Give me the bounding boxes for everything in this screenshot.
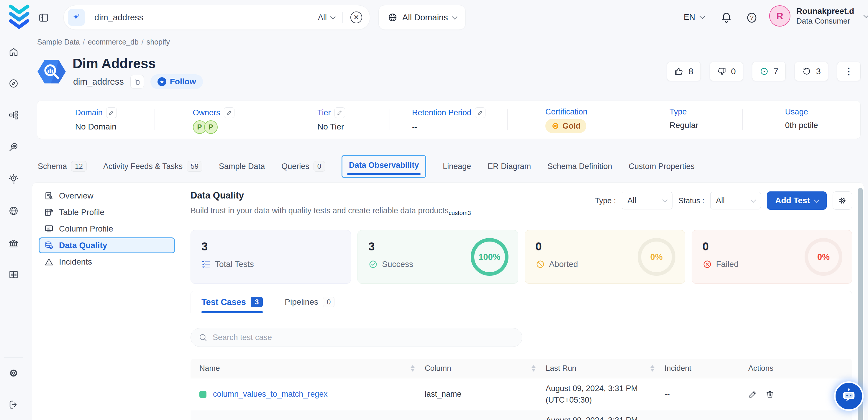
- section-subtitle: Build trust in your data with quality te…: [190, 206, 471, 216]
- robot-icon: [840, 388, 857, 404]
- svg-text:?: ?: [750, 14, 753, 21]
- document-search-icon: [44, 191, 54, 201]
- user-avatar: R: [769, 5, 790, 27]
- type-value: Regular: [670, 121, 699, 130]
- explore-compass-icon[interactable]: [8, 78, 20, 89]
- usage-label: Usage: [785, 107, 808, 117]
- owners-label[interactable]: Owners: [193, 108, 220, 117]
- edit-pencil-icon[interactable]: [475, 107, 486, 118]
- test-case-search-input[interactable]: [213, 333, 515, 342]
- type-filter-select[interactable]: All: [622, 192, 673, 209]
- chevron-down-icon: [330, 14, 335, 19]
- domains-globe-icon[interactable]: [8, 205, 20, 217]
- certification-gold-badge: Gold: [545, 119, 587, 133]
- status-filter-select[interactable]: All: [710, 192, 761, 209]
- table-row: table_column_count_between -- August 09,…: [190, 410, 852, 420]
- test-case-search[interactable]: [190, 328, 522, 347]
- tab-schema-definition[interactable]: Schema Definition: [548, 162, 612, 171]
- language-dropdown[interactable]: EN: [684, 12, 704, 22]
- global-search-bar[interactable]: All ✕: [63, 5, 370, 30]
- tab-schema[interactable]: Schema12: [38, 161, 87, 172]
- tab-er-diagram[interactable]: ER Diagram: [488, 162, 531, 171]
- entity-name: dim_address: [73, 77, 124, 87]
- follow-button[interactable]: ★ Follow: [150, 74, 203, 89]
- domain-label[interactable]: Domain: [75, 108, 103, 117]
- tab-custom-properties[interactable]: Custom Properties: [628, 162, 694, 171]
- owner-avatars[interactable]: P P: [193, 120, 235, 134]
- tab-data-observability[interactable]: Data Observability: [342, 155, 426, 178]
- add-test-button[interactable]: Add Test: [767, 191, 827, 210]
- sidebar-item-column-profile[interactable]: Column Profile: [39, 221, 175, 237]
- downvote-button[interactable]: 0: [710, 62, 743, 81]
- insights-bulb-icon[interactable]: [8, 173, 20, 185]
- delete-trash-icon[interactable]: [765, 389, 776, 400]
- user-menu[interactable]: R Rounakpreet.d Data Consumer: [769, 5, 868, 27]
- settings-gear-icon[interactable]: [833, 191, 852, 210]
- ban-circle-icon: [536, 260, 545, 269]
- app-logo-icon[interactable]: [8, 4, 31, 30]
- test-case-link[interactable]: column_values_to_match_regex: [213, 390, 328, 399]
- certification-label[interactable]: Certification: [545, 107, 588, 117]
- edit-pencil-icon[interactable]: [335, 107, 345, 118]
- sort-control[interactable]: [650, 365, 654, 371]
- user-role: Data Consumer: [796, 16, 854, 26]
- tier-label[interactable]: Tier: [317, 108, 331, 117]
- breadcrumb-item[interactable]: Sample Data: [37, 38, 85, 46]
- tab-activity-feeds[interactable]: Activity Feeds & Tasks59: [103, 161, 202, 172]
- sidebar-toggle-icon[interactable]: [38, 12, 50, 23]
- tab-test-cases[interactable]: Test Cases 3: [202, 291, 263, 313]
- help-icon[interactable]: ?: [746, 11, 758, 24]
- retention-label[interactable]: Retention Period: [412, 108, 471, 117]
- chevron-down-icon: [814, 197, 819, 202]
- meta-usage: Usage 0th pctile: [743, 101, 860, 139]
- last-run-cell: August 09, 2024, 3:31 PM(UTC+05:30): [546, 415, 664, 420]
- global-search-input[interactable]: [94, 13, 318, 22]
- notifications-bell-icon[interactable]: [720, 11, 733, 24]
- all-domains-button[interactable]: All Domains: [378, 5, 466, 30]
- logout-icon[interactable]: [8, 399, 20, 411]
- x-circle-icon: [703, 260, 712, 269]
- tab-sample-data[interactable]: Sample Data: [219, 162, 265, 171]
- breadcrumb-item[interactable]: shopify: [147, 38, 170, 46]
- search-scope-dropdown[interactable]: All: [318, 13, 335, 22]
- tab-count-badge: 0: [313, 161, 325, 172]
- settings-gear-icon[interactable]: [8, 367, 20, 379]
- edit-pencil-icon[interactable]: [106, 107, 117, 118]
- sidebar-item-table-profile[interactable]: Table Profile: [39, 204, 175, 220]
- copy-icon[interactable]: [130, 75, 144, 88]
- observability-search-eye-icon[interactable]: [8, 141, 20, 153]
- lineage-flow-icon[interactable]: [8, 109, 20, 121]
- entity-tabs: Schema12 Activity Feeds & Tasks59 Sample…: [38, 152, 861, 181]
- last-run-cell: August 09, 2024, 3:31 PM(UTC+05:30): [546, 383, 664, 406]
- breadcrumb-item[interactable]: ecommerce_db: [88, 38, 143, 46]
- sidebar-item-data-quality[interactable]: Data Quality: [39, 237, 175, 253]
- sidebar-item-incidents[interactable]: Incidents: [39, 254, 175, 270]
- meta-certification: Certification Gold: [507, 101, 625, 139]
- medal-icon: [551, 122, 559, 130]
- glossary-book-icon[interactable]: [8, 269, 20, 280]
- tab-queries[interactable]: Queries0: [281, 161, 325, 172]
- aborted-card: 0 Aborted 0%: [525, 230, 685, 284]
- sort-control[interactable]: [531, 365, 536, 371]
- upvote-button[interactable]: 8: [667, 62, 701, 81]
- sidebar-item-overview[interactable]: Overview: [39, 188, 175, 204]
- edit-pencil-icon[interactable]: [224, 107, 235, 118]
- table-header: Name Column Last Run Incident Actions: [190, 359, 852, 378]
- test-cases-table: Name Column Last Run Incident Actions co…: [190, 359, 852, 420]
- chatbot-button[interactable]: [834, 381, 864, 411]
- health-button[interactable]: 7: [752, 62, 786, 81]
- tab-pipelines[interactable]: Pipelines 0: [285, 291, 335, 313]
- test-status-indicator: [199, 391, 207, 398]
- home-icon[interactable]: [8, 46, 20, 58]
- tab-lineage[interactable]: Lineage: [443, 162, 471, 171]
- app-screen: All ✕ All Domains EN ? R Rounakpreet.d D…: [0, 0, 868, 420]
- edit-pencil-icon[interactable]: [748, 389, 759, 400]
- sort-control[interactable]: [410, 365, 415, 371]
- type-label: Type: [670, 107, 687, 117]
- version-button[interactable]: 3: [795, 62, 828, 81]
- govern-bank-icon[interactable]: [8, 238, 20, 249]
- breadcrumb: Sample Data ecommerce_db shopify: [37, 38, 170, 46]
- tab-count-badge: 12: [71, 161, 87, 172]
- more-options-kebab-icon[interactable]: ⋮: [837, 62, 861, 81]
- search-clear-icon[interactable]: ✕: [350, 11, 362, 23]
